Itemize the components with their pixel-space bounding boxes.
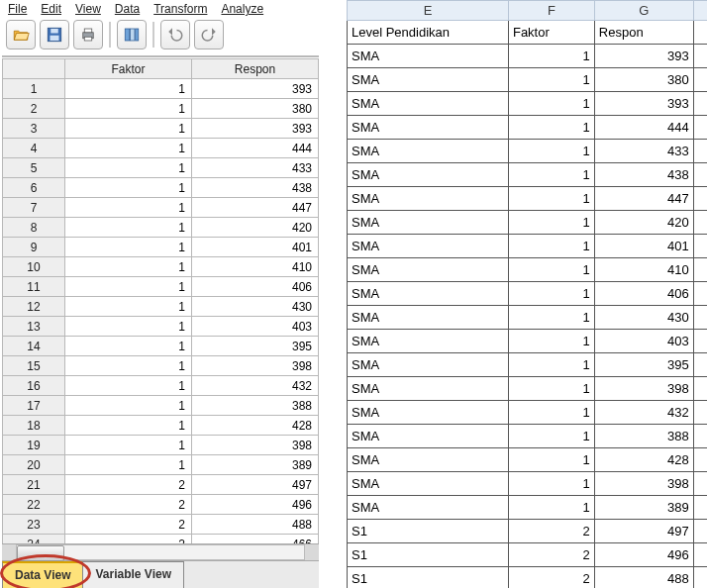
cell-respon[interactable]: 497 — [192, 475, 319, 495]
cell-respon[interactable]: 406 — [192, 277, 319, 297]
cell-level[interactable]: SMA — [348, 68, 509, 92]
table-row[interactable]: S12496 — [348, 543, 708, 567]
cell-respon[interactable]: 432 — [192, 376, 319, 396]
cell-faktor[interactable]: 1 — [65, 158, 192, 178]
table-row[interactable]: SMA1398 — [348, 377, 708, 401]
cell[interactable] — [693, 187, 707, 211]
cell-respon[interactable]: 401 — [594, 235, 693, 258]
cell-faktor[interactable]: 1 — [65, 297, 192, 317]
cell-faktor[interactable]: 2 — [65, 535, 192, 544]
table-row[interactable]: 91401 — [3, 238, 319, 257]
menu-transform[interactable]: Transform — [153, 2, 207, 16]
cell-faktor[interactable]: 1 — [508, 353, 594, 377]
cell-level[interactable]: SMA — [348, 377, 509, 401]
cell-level[interactable]: S1 — [348, 520, 509, 543]
cell-faktor[interactable]: 1 — [508, 163, 594, 187]
cell-respon[interactable]: 410 — [594, 258, 693, 282]
cell-respon[interactable]: 401 — [192, 238, 319, 257]
cell-respon[interactable]: 389 — [192, 455, 319, 475]
grid-corner[interactable] — [3, 59, 65, 79]
cell-faktor[interactable]: 1 — [508, 187, 594, 211]
tab-variable-view[interactable]: Variable View — [82, 561, 184, 588]
cell[interactable] — [693, 45, 707, 68]
table-row[interactable]: 101410 — [3, 257, 319, 277]
cell-level[interactable]: SMA — [348, 282, 509, 306]
row-number[interactable]: 3 — [3, 119, 65, 139]
table-row[interactable]: 61438 — [3, 178, 319, 198]
scroll-track[interactable] — [16, 544, 305, 560]
row-number[interactable]: 1 — [3, 79, 65, 99]
cell-respon[interactable]: 444 — [192, 139, 319, 158]
cell[interactable] — [693, 353, 707, 377]
cell[interactable] — [693, 92, 707, 116]
cell-faktor[interactable]: 2 — [65, 475, 192, 495]
cell-faktor[interactable]: 1 — [508, 425, 594, 448]
horizontal-scrollbar[interactable] — [2, 543, 319, 560]
cell-faktor[interactable]: 2 — [508, 567, 594, 589]
open-button[interactable] — [6, 20, 36, 49]
cell[interactable] — [693, 235, 707, 258]
cell-respon[interactable]: 393 — [192, 79, 319, 99]
table-row[interactable]: SMA1380 — [348, 68, 708, 92]
cell-respon[interactable]: 398 — [192, 356, 319, 376]
table-row[interactable]: SMA1403 — [348, 330, 708, 353]
row-number[interactable]: 17 — [3, 396, 65, 416]
cell[interactable] — [693, 496, 707, 520]
save-button[interactable] — [40, 20, 69, 49]
table-row[interactable]: S12497 — [348, 520, 708, 543]
cell[interactable] — [693, 282, 707, 306]
cell-respon[interactable]: 398 — [594, 472, 693, 496]
cell-faktor[interactable]: 1 — [65, 79, 192, 99]
cell[interactable] — [693, 306, 707, 330]
cell[interactable] — [693, 401, 707, 425]
cell-respon[interactable]: 410 — [192, 257, 319, 277]
cell-respon[interactable]: 403 — [192, 317, 319, 337]
table-row[interactable]: SMA1393 — [348, 92, 708, 116]
row-number[interactable]: 22 — [3, 495, 65, 515]
cell-respon[interactable]: 488 — [192, 515, 319, 535]
cell-level[interactable]: SMA — [348, 187, 509, 211]
table-row[interactable]: 51433 — [3, 158, 319, 178]
cell-faktor[interactable]: 1 — [508, 472, 594, 496]
header-level[interactable]: Level Pendidikan — [348, 21, 509, 45]
row-number[interactable]: 2 — [3, 99, 65, 119]
row-number[interactable]: 24 — [3, 535, 65, 544]
cell-level[interactable]: SMA — [348, 496, 509, 520]
cell-respon[interactable]: 380 — [192, 99, 319, 119]
cell-faktor[interactable]: 1 — [508, 116, 594, 140]
table-row[interactable]: 222496 — [3, 495, 319, 515]
row-number[interactable]: 13 — [3, 317, 65, 337]
cell-faktor[interactable]: 2 — [508, 543, 594, 567]
cell-level[interactable]: SMA — [348, 258, 509, 282]
cell-level[interactable]: SMA — [348, 425, 509, 448]
redo-button[interactable] — [194, 20, 224, 49]
row-number[interactable]: 6 — [3, 178, 65, 198]
row-number[interactable]: 9 — [3, 238, 65, 257]
cell-respon[interactable]: 428 — [192, 416, 319, 436]
table-row[interactable]: SMA1430 — [348, 306, 708, 330]
cell-level[interactable]: SMA — [348, 330, 509, 353]
cell[interactable] — [693, 520, 707, 543]
cell-respon[interactable]: 420 — [594, 211, 693, 235]
cell-respon[interactable]: 496 — [594, 543, 693, 567]
cell-faktor[interactable]: 1 — [65, 198, 192, 218]
cell-faktor[interactable]: 1 — [65, 119, 192, 139]
row-number[interactable]: 5 — [3, 158, 65, 178]
table-row[interactable]: SMA1395 — [348, 353, 708, 377]
excel-header-row[interactable]: Level Pendidikan Faktor Respon — [348, 21, 708, 45]
table-row[interactable]: SMA1433 — [348, 140, 708, 163]
columns-button[interactable] — [117, 20, 147, 49]
cell-faktor[interactable]: 1 — [65, 376, 192, 396]
cell-respon[interactable]: 433 — [594, 140, 693, 163]
cell-level[interactable]: SMA — [348, 448, 509, 472]
table-row[interactable]: 111406 — [3, 277, 319, 297]
cell-faktor[interactable]: 1 — [65, 337, 192, 356]
cell-respon[interactable]: 438 — [594, 163, 693, 187]
cell[interactable] — [693, 116, 707, 140]
cell[interactable] — [693, 163, 707, 187]
row-number[interactable]: 10 — [3, 257, 65, 277]
col-letter-e[interactable]: E — [348, 1, 509, 21]
cell-respon[interactable]: 488 — [594, 567, 693, 589]
cell-respon[interactable]: 395 — [192, 337, 319, 356]
cell-respon[interactable]: 420 — [192, 218, 319, 238]
